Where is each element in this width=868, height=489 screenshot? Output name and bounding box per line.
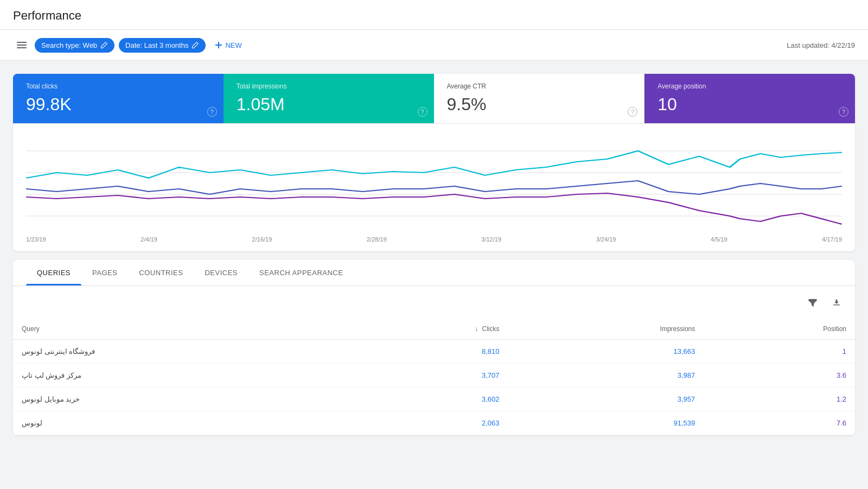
position-cell-3: 7.6 [704,411,855,435]
svg-rect-2 [17,47,27,48]
new-label: NEW [225,41,241,49]
position-cell-2: 1.2 [704,388,855,411]
table-actions [13,286,855,319]
search-type-label: Search type: Web [41,41,97,49]
metric-ctr-label: Average CTR [447,82,631,90]
clicks-cell-0: 8,810 [352,340,508,364]
new-button[interactable]: NEW [210,37,246,53]
position-cell-0: 1 [704,340,855,364]
x-label-0: 1/23/19 [26,236,46,243]
tab-devices[interactable]: DEVICES [194,260,248,285]
date-edit-icon [192,41,199,49]
performance-chart [26,135,842,232]
table-row: لونوس 2,063 91,539 7.6 [13,411,855,435]
svg-rect-0 [17,42,27,43]
x-label-7: 4/17/19 [822,236,842,243]
filter-button[interactable] [803,293,822,312]
sort-down-icon: ↓ [475,325,478,333]
tabs-row: QUERIES PAGES COUNTRIES DEVICES SEARCH A… [13,260,855,286]
x-axis-labels: 1/23/19 2/4/19 2/16/19 2/28/19 3/12/19 3… [26,234,842,243]
position-help-icon[interactable]: ? [839,107,848,117]
clicks-help-icon[interactable]: ? [207,107,217,117]
queries-table: Query ↓ Clicks Impressions Position [13,319,855,435]
page-header: Performance [0,0,868,30]
metric-average-position[interactable]: Average position 10 ? [644,74,855,123]
metric-ctr-value: 9.5% [447,94,631,115]
table-header-row: Query ↓ Clicks Impressions Position [13,319,855,340]
position-cell-1: 3.6 [704,364,855,388]
metric-clicks-value: 99.8K [26,94,210,115]
metric-position-label: Average position [658,82,842,90]
col-header-impressions[interactable]: Impressions [508,319,704,340]
clicks-cell-3: 2,063 [352,411,508,435]
tab-countries[interactable]: COUNTRIES [128,260,194,285]
tab-queries[interactable]: QUERIES [26,260,81,285]
svg-rect-9 [811,303,814,304]
col-header-clicks[interactable]: ↓ Clicks [352,319,508,340]
impressions-help-icon[interactable]: ? [418,107,427,117]
x-label-6: 4/5/19 [711,236,727,243]
query-cell-3: لونوس [13,411,352,435]
menu-button[interactable] [13,36,30,54]
svg-rect-10 [833,304,840,306]
col-header-query: Query [13,319,352,340]
metrics-card: Total clicks 99.8K ? Total impressions 1… [13,74,855,251]
metric-impressions-label: Total impressions [237,82,421,90]
tab-search-appearance[interactable]: SEARCH APPEARANCE [248,260,354,285]
table-row: خرید موبایل لونوس 3,602 3,957 1.2 [13,388,855,411]
x-label-1: 2/4/19 [141,236,157,243]
tabs-card: QUERIES PAGES COUNTRIES DEVICES SEARCH A… [13,260,855,435]
download-button[interactable] [827,293,846,312]
clicks-cell-1: 3,707 [352,364,508,388]
metric-average-ctr[interactable]: Average CTR 9.5% ? [434,74,645,123]
metric-total-impressions[interactable]: Total impressions 1.05M ? [224,74,434,123]
metric-position-value: 10 [658,94,842,115]
page-title: Performance [13,9,855,29]
impressions-cell-3: 91,539 [508,411,704,435]
search-type-filter[interactable]: Search type: Web [35,38,114,53]
edit-icon [100,41,108,49]
filter-icon [807,297,818,308]
date-label: Date: Last 3 months [125,41,188,49]
last-updated: Last updated: 4/22/19 [787,41,855,49]
x-label-3: 2/28/19 [367,236,387,243]
tab-pages[interactable]: PAGES [81,260,128,285]
ctr-help-icon[interactable]: ? [628,107,637,117]
query-cell-1: مرکز فروش لپ تاپ [13,364,352,388]
query-cell-2: خرید موبایل لونوس [13,388,352,411]
metrics-row: Total clicks 99.8K ? Total impressions 1… [13,74,855,123]
plus-icon [214,41,223,49]
impressions-cell-1: 3,987 [508,364,704,388]
metric-total-clicks[interactable]: Total clicks 99.8K ? [13,74,224,123]
svg-rect-8 [810,301,815,302]
query-cell-0: فروشگاه اینترنتی لونوس [13,340,352,364]
metric-clicks-label: Total clicks [26,82,210,90]
clicks-cell-2: 3,602 [352,388,508,411]
impressions-cell-0: 13,663 [508,340,704,364]
download-icon [831,297,842,308]
date-filter[interactable]: Date: Last 3 months [119,38,206,53]
toolbar: Search type: Web Date: Last 3 months NEW… [0,30,868,61]
svg-rect-1 [17,45,27,46]
svg-rect-7 [809,300,816,301]
col-header-position[interactable]: Position [704,319,855,340]
metric-impressions-value: 1.05M [237,94,421,115]
x-label-2: 2/16/19 [252,236,272,243]
impressions-cell-2: 3,957 [508,388,704,411]
chart-area: 1/23/19 2/4/19 2/16/19 2/28/19 3/12/19 3… [13,123,855,251]
table-row: فروشگاه اینترنتی لونوس 8,810 13,663 1 [13,340,855,364]
main-content: Total clicks 99.8K ? Total impressions 1… [0,61,868,448]
x-label-4: 3/12/19 [481,236,501,243]
table-row: مرکز فروش لپ تاپ 3,707 3,987 3.6 [13,364,855,388]
x-label-5: 3/24/19 [596,236,616,243]
